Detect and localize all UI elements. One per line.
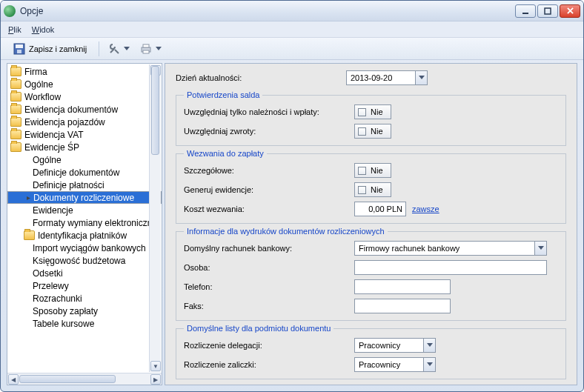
info-tel-input[interactable] xyxy=(354,279,451,294)
tree-item-label: Workflow xyxy=(24,92,61,102)
tree-item[interactable]: Tabele kursowe xyxy=(7,317,162,330)
checkbox-icon xyxy=(358,127,366,136)
tree-item[interactable]: Ogólne xyxy=(7,153,162,166)
tree-item[interactable]: Identyfikacja płatników xyxy=(7,229,162,242)
svg-rect-1 xyxy=(545,8,551,14)
tools-button[interactable] xyxy=(104,40,133,58)
scroll-thumb[interactable] xyxy=(151,66,159,155)
nav-tree[interactable]: FirmaOgólneWorkflowEwidencja dokumentówE… xyxy=(7,64,162,373)
listy-zalicz-select[interactable]: Pracownicy xyxy=(354,357,436,372)
tree-item[interactable]: Sposoby zapłaty xyxy=(7,305,162,317)
app-icon xyxy=(4,5,16,17)
tree-item[interactable]: Ogólne xyxy=(7,78,162,90)
minimize-button[interactable] xyxy=(515,4,536,18)
wezw-koszt-label: Koszt wezwania: xyxy=(184,205,354,213)
scroll-thumb[interactable] xyxy=(19,375,116,383)
horizontal-scrollbar[interactable]: ◀ ▶ xyxy=(7,373,162,385)
group-wezwania: Wezwania do zapłaty Szczegółowe: Nie Gen… xyxy=(176,149,566,224)
maximize-button[interactable] xyxy=(537,4,558,18)
folder-icon xyxy=(24,230,35,240)
tree-item[interactable]: Odsetki xyxy=(7,267,162,279)
tree-item[interactable]: Ewidencja pojazdów xyxy=(7,116,162,128)
toolbar-separator xyxy=(99,41,99,56)
tree-item[interactable]: Workflow xyxy=(7,90,162,103)
group-listy-legend: Domyślne listy dla podmiotu dokumentu xyxy=(184,324,334,333)
tree-item-label: Formaty wymiany elektronicznej xyxy=(33,218,159,228)
checkbox-icon xyxy=(358,186,366,194)
save-and-close-label: Zapisz i zamknij xyxy=(29,44,87,53)
listy-deleg-select[interactable]: Pracownicy xyxy=(354,338,436,353)
chevron-down-icon[interactable] xyxy=(415,71,427,84)
saldo-zwroty-toggle[interactable]: Nie xyxy=(354,124,391,139)
print-button[interactable] xyxy=(136,40,165,58)
listy-zalicz-value: Pracownicy xyxy=(355,360,423,369)
close-button[interactable] xyxy=(560,4,580,18)
tree-item[interactable]: Ewidencje xyxy=(7,204,162,216)
menu-file[interactable]: Plik xyxy=(8,25,21,34)
wezw-gen-toggle[interactable]: Nie xyxy=(354,182,391,197)
arrow-right-icon: ▸ xyxy=(24,193,32,202)
tree-item-label: Ewidencje ŚP xyxy=(24,142,79,153)
chevron-down-icon[interactable] xyxy=(423,358,435,371)
saldo-zwroty-label: Uwzględniaj zwroty: xyxy=(184,127,354,136)
tree-item-label: Sposoby zapłaty xyxy=(33,306,98,316)
toggle-text: Nie xyxy=(371,185,383,194)
info-bank-value: Firmowy rachunek bankowy xyxy=(355,244,534,253)
info-osoba-label: Osoba: xyxy=(184,263,354,272)
info-bank-select[interactable]: Firmowy rachunek bankowy xyxy=(354,241,547,256)
save-and-close-button[interactable]: Zapisz i zamknij xyxy=(7,40,93,58)
settings-form: Dzień aktualności: 2013-09-20 Potwierdze… xyxy=(165,63,577,385)
folder-icon xyxy=(10,67,21,76)
scroll-left-button[interactable]: ◀ xyxy=(8,374,19,385)
group-saldo: Potwierdzenia salda Uwzględniaj tylko na… xyxy=(176,90,566,146)
checkbox-icon xyxy=(358,167,366,175)
wezw-koszt-input[interactable] xyxy=(354,202,406,216)
tree-item[interactable]: Definicje płatności xyxy=(7,179,162,191)
tree-item-label: Identyfikacja płatników xyxy=(38,230,127,241)
tree-item[interactable]: Rozrachunki xyxy=(7,292,162,305)
tree-item-label: Dokumenty rozliczeniowe xyxy=(33,193,134,203)
tree-item[interactable]: Ewidencje ŚP xyxy=(7,141,162,153)
printer-icon xyxy=(140,43,152,55)
tree-item[interactable]: Definicje dokumentów xyxy=(7,166,162,179)
vertical-scrollbar[interactable]: ▲ ▼ xyxy=(149,64,161,372)
scroll-right-button[interactable]: ▶ xyxy=(150,374,161,385)
folder-icon xyxy=(10,79,21,89)
info-bank-label: Domyślny rachunek bankowy: xyxy=(184,244,354,253)
svg-rect-4 xyxy=(17,50,21,53)
tree-item[interactable]: ▸Dokumenty rozliczeniowe xyxy=(7,191,162,204)
chevron-down-icon[interactable] xyxy=(534,242,546,255)
tree-item[interactable]: Ewidencja VAT xyxy=(7,128,162,141)
info-tel-label: Telefon: xyxy=(184,282,354,291)
toggle-text: Nie xyxy=(371,107,383,116)
wezw-szcz-toggle[interactable]: Nie xyxy=(354,163,391,178)
menu-view[interactable]: Widok xyxy=(32,25,55,34)
wezw-koszt-link[interactable]: zawsze xyxy=(412,205,439,213)
group-info-legend: Informacje dla wydruków dokumentów rozli… xyxy=(184,227,388,236)
tree-item-label: Ewidencja pojazdów xyxy=(24,117,105,127)
tree-item[interactable]: Księgowość budżetowa xyxy=(7,254,162,267)
save-icon xyxy=(13,43,25,55)
toggle-text: Nie xyxy=(371,127,383,136)
svg-rect-6 xyxy=(143,44,149,47)
tree-item-label: Ogólne xyxy=(33,155,62,165)
info-faks-input[interactable] xyxy=(354,299,451,313)
info-osoba-input[interactable] xyxy=(354,260,547,275)
date-picker[interactable]: 2013-09-20 xyxy=(346,70,428,85)
tree-item[interactable]: Ewidencja dokumentów xyxy=(7,103,162,116)
tree-item[interactable]: Przelewy xyxy=(7,279,162,292)
scroll-down-button[interactable]: ▼ xyxy=(150,361,161,371)
chevron-down-icon[interactable] xyxy=(423,339,435,352)
date-label: Dzień aktualności: xyxy=(176,73,346,82)
saldo-nalez-toggle[interactable]: Nie xyxy=(354,104,391,119)
tree-item-label: Tabele kursowe xyxy=(33,319,94,329)
listy-deleg-label: Rozliczenie delegacji: xyxy=(184,341,354,350)
app-window: Opcje Plik Widok Zapisz i zamknij xyxy=(0,0,584,392)
tree-item[interactable]: Import wyciągów bankowych xyxy=(7,242,162,254)
tree-item-label: Ewidencja VAT xyxy=(24,130,84,140)
tree-item[interactable]: Firma xyxy=(7,65,162,78)
tree-item-label: Definicje dokumentów xyxy=(33,167,119,178)
chevron-down-icon xyxy=(156,44,162,54)
tree-item[interactable]: Formaty wymiany elektronicznej xyxy=(7,216,162,229)
wezw-gen-label: Generuj ewidencje: xyxy=(184,185,354,194)
